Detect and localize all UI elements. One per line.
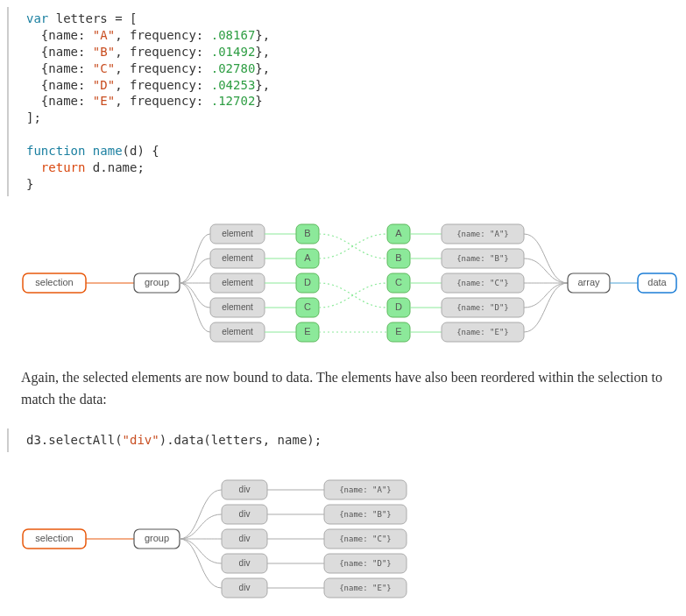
row-4-mid: , frequency:: [115, 94, 203, 108]
row-2-mid: , frequency:: [115, 61, 203, 75]
d1-elements: element element element element element: [210, 224, 265, 342]
d2-group: group: [145, 533, 169, 543]
prose-reordered: Again, the selected elements are now bou…: [21, 366, 679, 411]
d2-selection: selection: [35, 533, 73, 543]
row-4-num: .12702: [203, 94, 255, 108]
svg-text:D: D: [304, 277, 311, 287]
row-1-close: },: [255, 45, 270, 59]
svg-text:{name: "E"}: {name: "E"}: [339, 583, 392, 591]
svg-text:div: div: [239, 534, 251, 543]
svg-text:{name: "B"}: {name: "B"}: [339, 509, 392, 518]
row-0-mid: , frequency:: [115, 28, 203, 42]
row-2-close: },: [255, 61, 270, 75]
row-1-mid: , frequency:: [115, 45, 203, 59]
row-3-str: "D": [85, 78, 115, 92]
row-3-mid: , frequency:: [115, 78, 203, 92]
d2-data-objs: {name: "A"} {name: "B"} {name: "C"} {nam…: [324, 480, 407, 598]
svg-text:B: B: [395, 252, 401, 263]
row-2-open: {name:: [26, 61, 85, 75]
row-0-open: {name:: [26, 28, 85, 42]
svg-text:C: C: [304, 301, 311, 312]
svg-text:{name: "D"}: {name: "D"}: [339, 558, 392, 567]
svg-text:C: C: [395, 277, 402, 287]
svg-text:{name: "A"}: {name: "A"}: [339, 485, 392, 493]
svg-text:E: E: [395, 326, 401, 336]
d2-divs: div div div div div: [222, 480, 267, 598]
svg-text:A: A: [304, 252, 311, 263]
row-3-open: {name:: [26, 78, 85, 92]
row-0-num: .08167: [203, 28, 255, 42]
c2-suffix: ).data(letters, name);: [159, 433, 322, 447]
d1-array: array: [577, 277, 600, 287]
row-1-open: {name:: [26, 45, 85, 59]
d1-right-letters: A B C D E: [387, 224, 410, 342]
d1-data-objs: {name: "A"} {name: "B"} {name: "C"} {nam…: [442, 224, 524, 342]
d1-data: data: [647, 277, 667, 287]
svg-text:{name: "E"}: {name: "E"}: [456, 327, 509, 336]
d1-left-letters: B A D C E: [296, 224, 319, 342]
row-0-str: "A": [85, 28, 115, 42]
kw-function: function: [26, 144, 85, 158]
fn-params: (d) {: [123, 144, 159, 158]
svg-text:div: div: [239, 485, 251, 494]
row-1-str: "B": [85, 45, 115, 59]
row-4-str: "E": [85, 94, 115, 108]
fn-close: }: [26, 177, 33, 191]
close-arr: ];: [26, 110, 41, 124]
svg-text:B: B: [304, 228, 310, 238]
svg-text:{name: "A"}: {name: "A"}: [456, 229, 509, 237]
c2-str: "div": [123, 433, 159, 447]
kw-return: return: [26, 160, 85, 174]
svg-text:div: div: [239, 583, 251, 592]
svg-text:{name: "C"}: {name: "C"}: [456, 278, 509, 287]
svg-text:D: D: [395, 301, 402, 312]
diagram-key-join: selection group element element element …: [7, 217, 686, 349]
svg-text:element: element: [222, 252, 253, 262]
svg-text:{name: "C"}: {name: "C"}: [339, 534, 392, 542]
svg-text:div: div: [239, 509, 251, 519]
decl-name: letters: [56, 11, 108, 25]
kw-var: var: [26, 11, 48, 25]
svg-text:{name: "D"}: {name: "D"}: [456, 302, 509, 311]
fn-name: name: [85, 144, 122, 158]
code-block-selectall: d3.selectAll("div").data(letters, name);: [7, 428, 686, 452]
diagram-result: selection group div div div div div {nam…: [7, 473, 686, 605]
svg-text:A: A: [395, 228, 402, 238]
d1-selection: selection: [35, 277, 73, 287]
code-block-letters: var letters = [ {name: "A", frequency: .…: [7, 7, 686, 196]
svg-text:E: E: [304, 326, 310, 336]
ret-body: d.name;: [85, 160, 144, 174]
row-4-close: }: [255, 94, 262, 108]
svg-text:element: element: [222, 277, 253, 287]
row-0-close: },: [255, 28, 270, 42]
d1-group: group: [145, 277, 169, 287]
eq-open: = [: [108, 11, 138, 25]
row-3-close: },: [255, 78, 270, 92]
svg-text:{name: "B"}: {name: "B"}: [456, 253, 509, 262]
row-1-num: .01492: [203, 45, 255, 59]
svg-text:element: element: [222, 228, 253, 237]
row-3-num: .04253: [203, 78, 255, 92]
row-2-num: .02780: [203, 61, 255, 75]
row-4-open: {name:: [26, 94, 85, 108]
row-2-str: "C": [85, 61, 115, 75]
svg-text:element: element: [222, 326, 253, 336]
c2-prefix: d3.selectAll(: [26, 433, 123, 447]
svg-text:element: element: [222, 301, 253, 311]
svg-text:div: div: [239, 558, 251, 568]
